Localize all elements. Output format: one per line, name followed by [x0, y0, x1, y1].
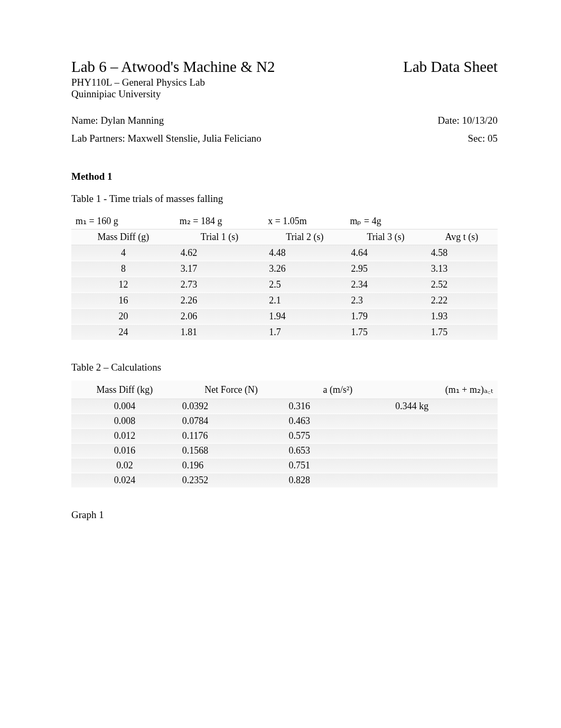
- table-cell: 4.48: [264, 245, 345, 261]
- table-cell: 2.06: [175, 309, 264, 325]
- table-cell: 2.22: [426, 293, 498, 309]
- param-mp: mₚ = 4g: [345, 213, 425, 229]
- table-cell: 2.5: [264, 277, 345, 293]
- table-cell: 0.653: [285, 444, 391, 458]
- table-cell: 16: [71, 293, 175, 309]
- table-cell: 0.02: [71, 458, 178, 473]
- param-x: x = 1.05m: [264, 213, 345, 229]
- table-cell: 0.0784: [178, 414, 285, 429]
- col-net-force: Net Force (N): [178, 381, 285, 399]
- table-cell: 3.13: [426, 261, 498, 277]
- table-cell: 8: [71, 261, 175, 277]
- table-cell: 0.1176: [178, 429, 285, 444]
- section-field: Sec: 05: [468, 133, 498, 144]
- table-cell: [391, 429, 498, 444]
- method-1-heading: Method 1: [71, 171, 498, 182]
- table-cell: 0.024: [71, 473, 178, 488]
- col-trial-2: Trial 2 (s): [264, 229, 345, 245]
- table-cell: 0.828: [285, 473, 391, 488]
- table-cell: 2.34: [345, 277, 425, 293]
- table-2-caption: Table 2 – Calculations: [71, 362, 498, 373]
- col-m1m2: (m₁ + m₂)ₐ꜀ₜ: [391, 381, 498, 399]
- table-cell: 2.52: [426, 277, 498, 293]
- table-cell: 0.196: [178, 458, 285, 473]
- lab-title: Lab 6 – Atwood's Machine & N2: [71, 58, 275, 76]
- sheet-title: Lab Data Sheet: [403, 58, 498, 76]
- table-cell: 3.26: [264, 261, 345, 277]
- partners-field: Lab Partners: Maxwell Stenslie, Julia Fe…: [71, 133, 261, 144]
- table-cell: 1.93: [426, 309, 498, 325]
- table-cell: 2.95: [345, 261, 425, 277]
- table-cell: 1.75: [345, 325, 425, 340]
- table-cell: [391, 473, 498, 488]
- table-cell: 0.575: [285, 429, 391, 444]
- table-cell: 0.004: [71, 399, 178, 414]
- table-cell: 12: [71, 277, 175, 293]
- table-cell: 0.751: [285, 458, 391, 473]
- date-field: Date: 10/13/20: [438, 115, 498, 126]
- table-cell: 1.94: [264, 309, 345, 325]
- table-cell: [391, 458, 498, 473]
- table-2: Mass Diff (kg) Net Force (N) a (m/s²) (m…: [71, 381, 498, 488]
- col-mass-diff: Mass Diff (g): [71, 229, 175, 245]
- table-cell: 0.344 kg: [391, 399, 498, 414]
- table-cell: 1.81: [175, 325, 264, 340]
- table-cell: 4.62: [175, 245, 264, 261]
- table-cell: 2.26: [175, 293, 264, 309]
- table-cell: 1.79: [345, 309, 425, 325]
- table-cell: 2.1: [264, 293, 345, 309]
- table-cell: 0.2352: [178, 473, 285, 488]
- table-cell: 4: [71, 245, 175, 261]
- col-accel: a (m/s²): [285, 381, 391, 399]
- table-cell: 1.7: [264, 325, 345, 340]
- col-trial-1: Trial 1 (s): [175, 229, 264, 245]
- col-trial-3: Trial 3 (s): [345, 229, 425, 245]
- table-1: m₁ = 160 g m₂ = 184 g x = 1.05m mₚ = 4g …: [71, 213, 498, 340]
- table-cell: [391, 444, 498, 458]
- param-m2: m₂ = 184 g: [175, 213, 264, 229]
- table-cell: 0.1568: [178, 444, 285, 458]
- table-cell: 0.008: [71, 414, 178, 429]
- table-cell: 20: [71, 309, 175, 325]
- table-cell: 3.17: [175, 261, 264, 277]
- table-cell: 1.75: [426, 325, 498, 340]
- table-cell: 24: [71, 325, 175, 340]
- course-line: PHY110L – General Physics Lab: [71, 77, 498, 88]
- table-cell: [391, 414, 498, 429]
- table-cell: 4.64: [345, 245, 425, 261]
- param-m1: m₁ = 160 g: [71, 213, 175, 229]
- table-1-caption: Table 1 - Time trials of masses falling: [71, 193, 498, 205]
- school-line: Quinnipiac University: [71, 88, 498, 100]
- table-cell: 0.0392: [178, 399, 285, 414]
- table-cell: 0.016: [71, 444, 178, 458]
- table-cell: 0.316: [285, 399, 391, 414]
- table-cell: 2.3: [345, 293, 425, 309]
- graph-1-label: Graph 1: [71, 509, 498, 521]
- table-cell: 0.012: [71, 429, 178, 444]
- col-avg-t: Avg t (s): [426, 229, 498, 245]
- table-cell: 4.58: [426, 245, 498, 261]
- col-mass-diff-kg: Mass Diff (kg): [71, 381, 178, 399]
- name-field: Name: Dylan Manning: [71, 115, 164, 126]
- table-cell: 0.463: [285, 414, 391, 429]
- table-cell: 2.73: [175, 277, 264, 293]
